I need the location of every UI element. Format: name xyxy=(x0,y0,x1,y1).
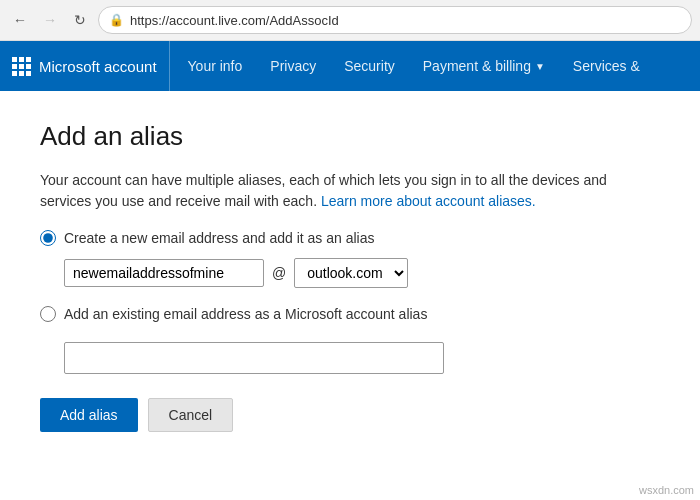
at-symbol: @ xyxy=(272,265,286,281)
address-bar[interactable]: 🔒 https://account.live.com/AddAssocId xyxy=(98,6,692,34)
learn-more-link[interactable]: Learn more about account aliases. xyxy=(321,193,536,209)
add-alias-button[interactable]: Add alias xyxy=(40,398,138,432)
url-text: https://account.live.com/AddAssocId xyxy=(130,13,681,28)
back-button[interactable]: ← xyxy=(8,8,32,32)
radio-create-new: Create a new email address and add it as… xyxy=(40,230,660,246)
page-content: Add an alias Your account can have multi… xyxy=(0,91,700,462)
chevron-down-icon: ▼ xyxy=(535,61,545,72)
existing-email-input[interactable] xyxy=(64,342,444,374)
radio-existing-label[interactable]: Add an existing email address as a Micro… xyxy=(64,306,427,322)
nav-bar: Microsoft account Your info Privacy Secu… xyxy=(0,41,700,91)
description: Your account can have multiple aliases, … xyxy=(40,170,660,212)
radio-existing: Add an existing email address as a Micro… xyxy=(40,306,660,322)
nav-item-privacy[interactable]: Privacy xyxy=(256,41,330,91)
nav-item-services[interactable]: Services & xyxy=(559,41,654,91)
browser-chrome: ← → ↻ 🔒 https://account.live.com/AddAsso… xyxy=(0,0,700,41)
radio-existing-input[interactable] xyxy=(40,306,56,322)
nav-item-payment-billing[interactable]: Payment & billing ▼ xyxy=(409,41,559,91)
cancel-button[interactable]: Cancel xyxy=(148,398,234,432)
radio-new-label[interactable]: Create a new email address and add it as… xyxy=(64,230,375,246)
grid-icon xyxy=(12,57,31,76)
page-title: Add an alias xyxy=(40,121,660,152)
radio-new-input[interactable] xyxy=(40,230,56,246)
browser-toolbar: ← → ↻ 🔒 https://account.live.com/AddAsso… xyxy=(0,0,700,40)
nav-item-your-info[interactable]: Your info xyxy=(174,41,257,91)
refresh-button[interactable]: ↻ xyxy=(68,8,92,32)
email-input-row: @ outlook.com hotmail.com live.com xyxy=(64,258,660,288)
domain-select[interactable]: outlook.com hotmail.com live.com xyxy=(294,258,408,288)
brand-text: Microsoft account xyxy=(39,58,157,75)
watermark: wsxdn.com xyxy=(639,484,694,496)
nav-item-security[interactable]: Security xyxy=(330,41,409,91)
forward-button[interactable]: → xyxy=(38,8,62,32)
email-input[interactable] xyxy=(64,259,264,287)
lock-icon: 🔒 xyxy=(109,13,124,27)
nav-brand: Microsoft account xyxy=(8,41,170,91)
button-row: Add alias Cancel xyxy=(40,398,660,432)
